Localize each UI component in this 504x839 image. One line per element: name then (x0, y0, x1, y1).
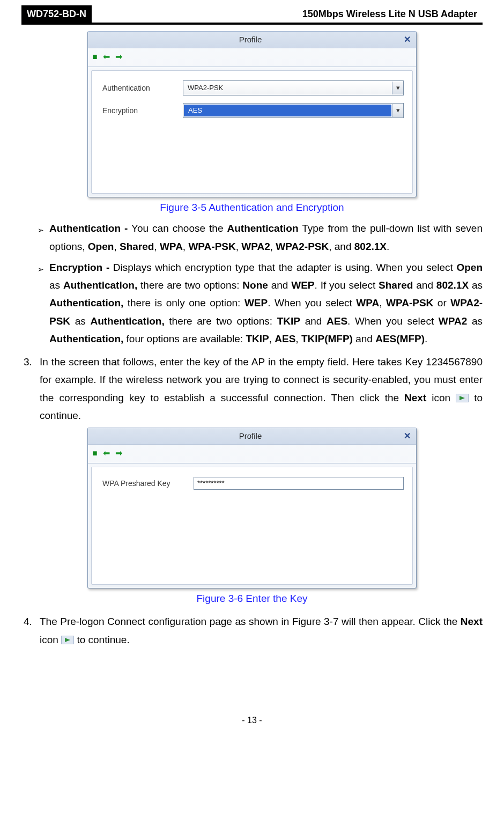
close-icon[interactable]: ✕ (401, 430, 413, 442)
model-badge: WD752-BD-N (21, 5, 92, 23)
chevron-down-icon[interactable]: ▾ (392, 82, 403, 94)
window-body: WPA Preshared Key ********** (91, 467, 413, 585)
forward-arrow-icon[interactable]: ➡ (115, 49, 122, 64)
next-arrow-icon (456, 394, 469, 402)
titlebar: Profile ✕ (88, 32, 416, 48)
figure-caption-1: Figure 3-5 Authentication and Encryption (21, 198, 483, 216)
step-3: 3. In the screen that follows, enter the… (24, 353, 483, 424)
back-arrow-icon[interactable]: ⬅ (103, 446, 110, 461)
profile-window-2: Profile ✕ ■ ⬅ ➡ WPA Preshared Key ******… (87, 428, 417, 588)
doc-header: WD752-BD-N 150Mbps Wireless Lite N USB A… (21, 5, 483, 25)
enc-dropdown[interactable]: AES ▾ (183, 103, 404, 118)
titlebar: Profile ✕ (88, 428, 416, 445)
close-icon[interactable]: ✕ (401, 34, 413, 46)
step-4: 4. The Pre-logon Connect configuration p… (24, 613, 483, 649)
enc-value: AES (184, 105, 391, 116)
doc-subtitle: 150Mbps Wireless Lite N USB Adapter (297, 5, 483, 23)
chevron-down-icon[interactable]: ▾ (392, 104, 403, 117)
bullet-marker: ➢ (38, 219, 49, 255)
bullet-text: Authentication - You can choose the Auth… (49, 219, 483, 255)
enc-label: Encryption (100, 104, 183, 117)
window-title: Profile (100, 429, 401, 443)
svg-marker-0 (459, 396, 465, 400)
window-nav: ■ ⬅ ➡ (88, 445, 416, 463)
svg-marker-1 (65, 638, 70, 642)
step-text: In the screen that follows, enter the ke… (40, 353, 483, 424)
profile-window-1: Profile ✕ ■ ⬅ ➡ Authentication WPA2-PSK … (87, 31, 417, 197)
next-arrow-icon (61, 636, 74, 644)
auth-value: WPA2-PSK (183, 82, 392, 94)
window-body: Authentication WPA2-PSK ▾ Encryption AES… (91, 70, 413, 194)
bullet-text: Encryption - Displays which encryption t… (49, 259, 483, 348)
preshared-key-input[interactable]: ********** (194, 477, 404, 490)
step-text: The Pre-logon Connect configuration page… (40, 613, 483, 649)
step-number: 4. (24, 613, 40, 649)
key-label: WPA Preshared Key (100, 477, 194, 490)
auth-label: Authentication (100, 82, 183, 95)
stop-icon[interactable]: ■ (92, 49, 98, 64)
back-arrow-icon[interactable]: ⬅ (103, 49, 110, 64)
bullet-encryption: ➢ Encryption - Displays which encryption… (38, 259, 483, 348)
step-number: 3. (24, 353, 40, 424)
window-title: Profile (100, 33, 401, 47)
page-number: - 13 - (21, 713, 483, 739)
figure-caption-2: Figure 3-6 Enter the Key (21, 590, 483, 607)
forward-arrow-icon[interactable]: ➡ (115, 446, 122, 461)
window-nav: ■ ⬅ ➡ (88, 48, 416, 67)
bullet-authentication: ➢ Authentication - You can choose the Au… (38, 219, 483, 255)
bullet-marker: ➢ (38, 259, 49, 348)
auth-dropdown[interactable]: WPA2-PSK ▾ (183, 80, 404, 95)
stop-icon[interactable]: ■ (92, 446, 98, 461)
